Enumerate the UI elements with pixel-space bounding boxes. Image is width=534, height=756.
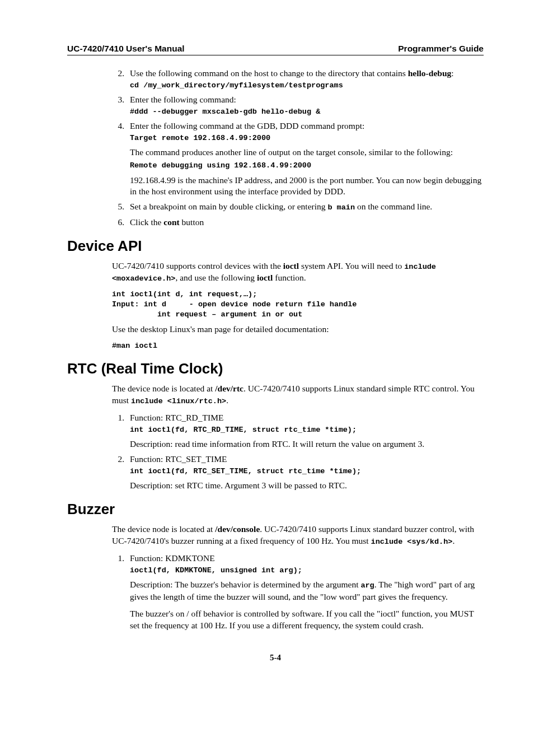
list-item: Enter the following command: #ddd --debu… [127, 94, 484, 117]
text: system API. You will need to [299, 261, 404, 270]
text: Enter the following command: [130, 95, 236, 104]
list-item: Function: KDMKTONE ioctl(fd, KDMKTONE, u… [127, 553, 484, 632]
list-item: Enter the following command at the GDB, … [127, 120, 484, 198]
bold-term: cont [163, 217, 179, 227]
code-line: ioctl(fd, KDMKTONE, unsigned int arg); [130, 566, 484, 576]
code-line: cd /my_work_directory/myfilesystem/testp… [130, 81, 484, 91]
text: Description: set RTC time. Argument 3 wi… [130, 480, 484, 492]
list-item: Function: RTC_RD_TIME int ioctl(fd, RTC_… [127, 412, 484, 450]
code-line: int ioctl(fd, RTC_SET_TIME, struct rtc_t… [130, 466, 484, 477]
list-item: Function: RTC_SET_TIME int ioctl(fd, RTC… [127, 454, 484, 492]
bold-term: ioctl [283, 261, 299, 270]
text: on the command line. [355, 202, 432, 211]
text: Function: KDMKTONE [130, 553, 215, 563]
code-line: int ioctl(fd, RTC_RD_TIME, struct rtc_ti… [130, 425, 484, 435]
list-item: Click the cont button [127, 217, 484, 228]
header-right: Programmer's Guide [398, 44, 484, 54]
text: Function: RTC_RD_TIME [130, 413, 223, 422]
inline-code: arg [360, 581, 374, 590]
text: , and use the following [175, 273, 257, 282]
code-line: #man ioctl [112, 341, 484, 351]
bold-term: ioctl [257, 273, 273, 282]
text: 192.168.4.99 is the machine's IP address… [130, 175, 484, 198]
paragraph: Description: The buzzer's behavior is de… [130, 579, 484, 603]
text: Enter the following command at the GDB, … [130, 121, 364, 130]
text: button [180, 217, 204, 227]
code-line: Remote debugging using 192.168.4.99:2000 [130, 161, 484, 171]
paragraph: The device node is located at /dev/conso… [112, 524, 484, 547]
rtc-function-list: Function: RTC_RD_TIME int ioctl(fd, RTC_… [112, 412, 484, 492]
header-left: UC-7420/7410 User's Manual [67, 44, 185, 54]
code-line: #ddd --debugger mxscaleb-gdb hello-debug… [130, 107, 484, 117]
text: . [226, 395, 228, 405]
text: The device node is located at [112, 524, 215, 534]
text: Click the [130, 217, 163, 227]
paragraph: The device node is located at /dev/rtc. … [112, 383, 484, 407]
text: function. [273, 273, 306, 282]
buzzer-function-list: Function: KDMKTONE ioctl(fd, KDMKTONE, u… [112, 553, 484, 632]
text: . [452, 536, 455, 545]
inline-code: b main [327, 203, 355, 212]
inline-code: include <sys/kd.h> [371, 538, 453, 546]
text: : [451, 68, 453, 78]
text: The device node is located at [112, 384, 215, 393]
list-item: Set a breakpoint on main by double click… [127, 201, 484, 213]
page-number: 5-4 [67, 653, 484, 662]
text: Description: The buzzer's behavior is de… [130, 580, 360, 589]
inline-code: include <linux/rtc.h> [131, 397, 226, 405]
paragraph: Use the desktop Linux's man page for det… [112, 324, 484, 335]
text: Description: read time information from … [130, 438, 484, 450]
bold-term: /dev/rtc [215, 384, 243, 393]
paragraph: UC-7420/7410 supports control devices wi… [112, 260, 484, 284]
page-header: UC-7420/7410 User's Manual Programmer's … [67, 44, 484, 55]
bold-term: /dev/console [215, 524, 260, 534]
text: Function: RTC_SET_TIME [130, 454, 227, 464]
paragraph: The buzzer's on / off behavior is contro… [130, 608, 484, 632]
list-item: Use the following command on the host to… [127, 68, 484, 91]
section-heading-rtc: RTC (Real Time Clock) [67, 360, 484, 377]
bold-term: hello-debug [408, 68, 452, 78]
section-heading-buzzer: Buzzer [67, 501, 484, 518]
text: Set a breakpoint on main by double click… [130, 202, 327, 211]
text: The command produces another line of out… [130, 147, 484, 158]
section-heading-device-api: Device API [67, 237, 484, 255]
code-line: Target remote 192.168.4.99:2000 [130, 133, 484, 143]
code-block: int ioctl(int d, int request,…); Input: … [112, 290, 484, 320]
text: Use the following command on the host to… [130, 68, 408, 78]
top-steps-list: Use the following command on the host to… [112, 68, 484, 228]
text: UC-7420/7410 supports control devices wi… [112, 261, 283, 270]
